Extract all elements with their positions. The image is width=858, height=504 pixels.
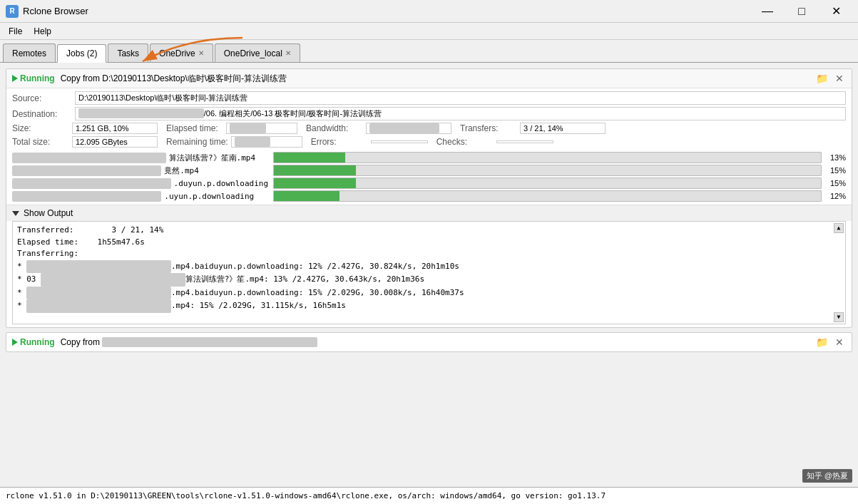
- total-multi: Total size: 12.095 GBytes Remaining time…: [12, 136, 846, 148]
- running-triangle-icon: [12, 75, 18, 82]
- job2-actions: 📁 ✕: [814, 336, 846, 349]
- transfer-blurred-0: █████████████ █████████ ██ █████: [12, 153, 166, 163]
- output-blurred-5: ██████████████████████████████: [26, 287, 171, 300]
- output-line-1: Elapsed time: 1h55m47.6s: [17, 237, 841, 249]
- job2-status: Running: [12, 337, 55, 347]
- size-value: 1.251 GB, 10%: [72, 123, 158, 134]
- progress-bar-2: [273, 178, 822, 189]
- transfers-value: 3 / 21, 14%: [520, 123, 606, 134]
- total-value: 12.095 GBytes: [72, 136, 158, 148]
- dest-row: Destination: OneDrive_local:████████████…: [12, 107, 846, 120]
- source-row: Source: D:\20190113\Desktop\临时\极客时间-算法训练…: [12, 91, 846, 105]
- bandwidth-value: ████████████: [366, 123, 451, 134]
- job2-panel: Running Copy from ███████ - ████████████…: [6, 332, 852, 352]
- tabs-bar: Remotes Jobs (2) Tasks OneDrive ✕ OneDri…: [0, 40, 858, 63]
- output-line-3: * ██████████████████████████████.mp4.bai…: [17, 260, 841, 274]
- title-bar: R Rclone Browser — □ ✕: [0, 0, 858, 23]
- checks-value: [496, 140, 553, 143]
- job2-folder-button[interactable]: 📁: [814, 336, 830, 349]
- maximize-button[interactable]: □: [785, 1, 818, 21]
- transfer-name-2: █████████████ █████████ ██ ████ █ .duyun…: [12, 178, 269, 189]
- output-line-4: * 03 ██████████████████████████████算法训练营…: [17, 273, 841, 287]
- output-triangle-icon: [12, 211, 19, 216]
- progress-fill-3: [274, 191, 339, 201]
- job1-header: Running Copy from D:\20190113\Desktop\临时…: [6, 69, 852, 88]
- total-seg: Total size: 12.095 GBytes: [12, 136, 158, 148]
- transfer-row-3: █████████████ ██████████ ██████ .uyun.p.…: [12, 190, 846, 202]
- elapsed-seg: Elapsed time: ██████: [166, 123, 297, 134]
- show-output-toggle[interactable]: Show Output: [6, 205, 852, 221]
- transfer-name-0: █████████████ █████████ ██ █████ 算法训练营?》…: [12, 153, 269, 163]
- tab-tasks[interactable]: Tasks: [108, 43, 148, 62]
- status-text: rclone v1.51.0 in D:\20190113\GREEN\tool…: [6, 491, 606, 500]
- transfers-seg: Transfers: 3 / 21, 14%: [460, 123, 606, 134]
- close-button[interactable]: ✕: [819, 1, 852, 21]
- progress-bar-3: [273, 190, 822, 202]
- tab-remotes[interactable]: Remotes: [3, 43, 56, 62]
- transfer-row-1: █████████████ █████████ ██ ████ 竟然.mp4 1…: [12, 165, 846, 176]
- job2-running-icon: [12, 339, 18, 346]
- elapsed-value: ██████: [226, 123, 297, 134]
- errors-value: [371, 140, 428, 143]
- show-output-label: Show Output: [24, 208, 73, 218]
- transfer-row-0: █████████████ █████████ ██ █████ 算法训练营?》…: [12, 152, 846, 163]
- tab-onedrive-local[interactable]: OneDrive_local ✕: [215, 43, 300, 62]
- window-controls: — □ ✕: [751, 1, 852, 21]
- main-content: Running Copy from D:\20190113\Desktop\临时…: [0, 63, 858, 487]
- app-title: Rclone Browser: [23, 6, 751, 16]
- output-line-5: * ██████████████████████████████.mp4.bai…: [17, 287, 841, 300]
- elapsed-blurred: ██████: [230, 123, 266, 133]
- job1-actions: 📁 ✕: [814, 72, 846, 85]
- transfer-pct-1: 15%: [826, 166, 846, 175]
- errors-seg: Errors:: [311, 137, 428, 147]
- transfer-blurred-1: █████████████ █████████ ██ ████: [12, 165, 161, 176]
- job2-title: Copy from ███████ - ████████████████████…: [61, 337, 808, 347]
- transfer-pct-2: 15%: [826, 179, 846, 187]
- tab-onedrive[interactable]: OneDrive ✕: [150, 43, 213, 62]
- job1-close-button[interactable]: ✕: [833, 72, 846, 85]
- menu-file[interactable]: File: [3, 25, 28, 38]
- job1-status: Running: [12, 73, 55, 83]
- output-line-0: Transferred: 3 / 21, 14%: [17, 225, 841, 237]
- scroll-down-button[interactable]: ▼: [834, 312, 844, 322]
- scroll-up-button[interactable]: ▲: [834, 223, 844, 233]
- source-label: Source:: [12, 93, 69, 103]
- source-value: D:\20190113\Desktop\临时\极客时间-算法训练营: [75, 91, 846, 105]
- transfer-blurred-3: █████████████ ██████████ ██████: [12, 191, 161, 202]
- progress-fill-1: [274, 165, 356, 175]
- menu-bar: File Help: [0, 23, 858, 40]
- output-line-6: * ██████████████████████████████.mp4: 15…: [17, 299, 841, 313]
- output-blurred-6: ██████████████████████████████: [26, 299, 171, 313]
- job1-folder-button[interactable]: 📁: [814, 72, 830, 85]
- progress-bar-0: [273, 152, 822, 163]
- tab-jobs[interactable]: Jobs (2): [57, 44, 106, 63]
- size-seg: Size: 1.251 GB, 10%: [12, 123, 158, 134]
- watermark: 知乎 @热夏: [802, 469, 852, 483]
- size-multi: Size: 1.251 GB, 10% Elapsed time: ██████…: [12, 123, 846, 134]
- transfer-name-1: █████████████ █████████ ██ ████ 竟然.mp4: [12, 165, 269, 176]
- job1-panel: Running Copy from D:\20190113\Desktop\临时…: [6, 68, 852, 328]
- transfer-name-3: █████████████ ██████████ ██████ .uyun.p.…: [12, 191, 269, 202]
- progress-fill-0: [274, 153, 345, 163]
- status-bar: rclone v1.51.0 in D:\20190113\GREEN\tool…: [0, 487, 858, 504]
- progress-bar-1: [273, 165, 822, 176]
- output-line-2: Transferring:: [17, 248, 841, 260]
- transfer-blurred-2: █████████████ █████████ ██ ████ █: [12, 178, 171, 189]
- minimize-button[interactable]: —: [751, 1, 784, 21]
- job1-info: Source: D:\20190113\Desktop\临时\极客时间-算法训练…: [6, 88, 852, 150]
- bandwidth-seg: Bandwidth: ████████████: [306, 123, 451, 134]
- transfer-pct-0: 13%: [826, 153, 846, 162]
- output-box: ▲ Transferred: 3 / 21, 14% Elapsed time:…: [12, 221, 846, 324]
- job1-title: Copy from D:\20190113\Desktop\临时\极客时间-算法…: [61, 73, 808, 85]
- remaining-value: ██████: [231, 136, 302, 148]
- transfer-row-2: █████████████ █████████ ██ ████ █ .duyun…: [12, 178, 846, 189]
- job2-close-button[interactable]: ✕: [833, 336, 846, 349]
- transfer-rows: █████████████ █████████ ██ █████ 算法训练营?》…: [6, 150, 852, 205]
- output-blurred-4: ██████████████████████████████: [41, 273, 185, 287]
- job2-blurred: ███████ - ██████████████████████████████: [102, 337, 317, 347]
- total-row: Total size: 12.095 GBytes Remaining time…: [12, 136, 846, 148]
- menu-help[interactable]: Help: [28, 25, 57, 38]
- bandwidth-blurred: ████████████: [369, 123, 439, 133]
- tab-onedrive-close[interactable]: ✕: [198, 49, 204, 57]
- tab-onedrive-local-close[interactable]: ✕: [285, 49, 291, 57]
